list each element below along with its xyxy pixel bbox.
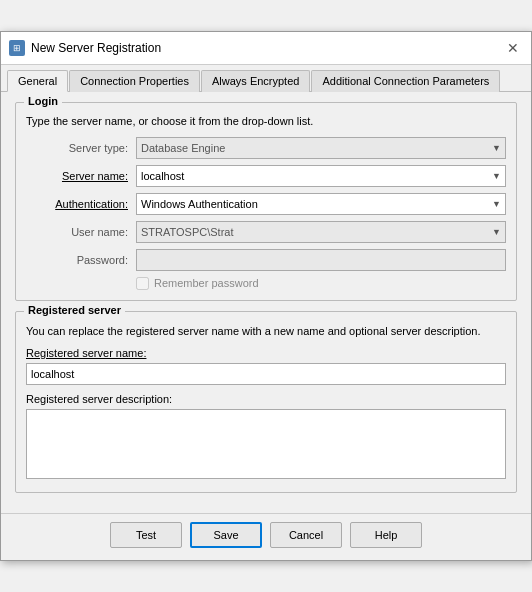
username-dropdown: STRATOSPC\Strat ▼	[136, 221, 506, 243]
server-name-row: Server name: localhost ▼	[26, 165, 506, 187]
password-label: Password:	[26, 254, 136, 266]
auth-label: Authentication:	[26, 198, 136, 210]
title-bar: ⊞ New Server Registration ✕	[1, 32, 531, 65]
password-row: Password:	[26, 249, 506, 271]
tab-content: Login Type the server name, or choose it…	[1, 92, 531, 513]
server-name-label-text: Server name:	[62, 170, 128, 182]
cancel-button[interactable]: Cancel	[270, 522, 342, 548]
server-type-label: Server type:	[26, 142, 136, 154]
password-input[interactable]	[136, 249, 506, 271]
reg-desc-label: Registered server description:	[26, 393, 506, 405]
server-name-label: Server name:	[26, 170, 136, 182]
button-bar: Test Save Cancel Help	[1, 513, 531, 560]
username-label: User name:	[26, 226, 136, 238]
server-type-dropdown: Database Engine ▼	[136, 137, 506, 159]
tab-connection-properties[interactable]: Connection Properties	[69, 70, 200, 92]
server-name-arrow: ▼	[492, 171, 501, 181]
reg-name-label-text: Registered server name:	[26, 347, 146, 359]
dialog-title: New Server Registration	[31, 41, 161, 55]
reg-name-input[interactable]	[26, 363, 506, 385]
tab-general[interactable]: General	[7, 70, 68, 92]
title-bar-left: ⊞ New Server Registration	[9, 40, 161, 56]
dialog-window: ⊞ New Server Registration ✕ General Conn…	[0, 31, 532, 561]
server-name-control: localhost ▼	[136, 165, 506, 187]
login-group: Login Type the server name, or choose it…	[15, 102, 517, 301]
server-name-dropdown[interactable]: localhost ▼	[136, 165, 506, 187]
server-type-row: Server type: Database Engine ▼	[26, 137, 506, 159]
dialog-icon: ⊞	[9, 40, 25, 56]
auth-control: Windows Authentication ▼	[136, 193, 506, 215]
registered-server-group-label: Registered server	[24, 304, 125, 316]
username-value: STRATOSPC\Strat	[141, 226, 234, 238]
hint-text: Type the server name, or choose it from …	[26, 115, 506, 127]
username-row: User name: STRATOSPC\Strat ▼	[26, 221, 506, 243]
close-button[interactable]: ✕	[503, 38, 523, 58]
auth-label-text: Authentication:	[55, 198, 128, 210]
remember-password-checkbox[interactable]	[136, 277, 149, 290]
server-type-control: Database Engine ▼	[136, 137, 506, 159]
password-control	[136, 249, 506, 271]
username-arrow: ▼	[492, 227, 501, 237]
server-name-value: localhost	[141, 170, 184, 182]
server-type-value: Database Engine	[141, 142, 225, 154]
reg-desc-label-text: Registered server description:	[26, 393, 172, 405]
remember-password-label: Remember password	[154, 277, 259, 289]
auth-dropdown[interactable]: Windows Authentication ▼	[136, 193, 506, 215]
tab-additional-connection[interactable]: Additional Connection Parameters	[311, 70, 500, 92]
registered-server-desc: You can replace the registered server na…	[26, 324, 506, 339]
registered-server-group: Registered server You can replace the re…	[15, 311, 517, 493]
username-control: STRATOSPC\Strat ▼	[136, 221, 506, 243]
auth-value: Windows Authentication	[141, 198, 258, 210]
login-group-label: Login	[24, 95, 62, 107]
auth-arrow: ▼	[492, 199, 501, 209]
server-type-arrow: ▼	[492, 143, 501, 153]
tab-always-encrypted[interactable]: Always Encrypted	[201, 70, 310, 92]
remember-password-row: Remember password	[26, 277, 506, 290]
tab-bar: General Connection Properties Always Enc…	[1, 65, 531, 92]
reg-name-label: Registered server name:	[26, 347, 506, 359]
auth-row: Authentication: Windows Authentication ▼	[26, 193, 506, 215]
reg-desc-textarea[interactable]	[26, 409, 506, 479]
help-button[interactable]: Help	[350, 522, 422, 548]
save-button[interactable]: Save	[190, 522, 262, 548]
test-button[interactable]: Test	[110, 522, 182, 548]
